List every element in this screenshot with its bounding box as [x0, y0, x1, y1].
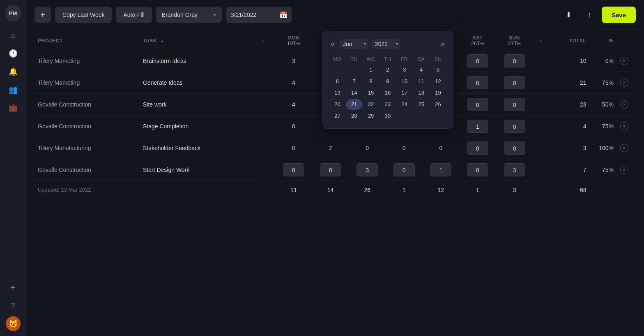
prev-month-button[interactable]: «: [329, 38, 336, 50]
cal-day-cell[interactable]: 30: [380, 110, 396, 122]
mon-col-header: Mon19th: [275, 30, 312, 50]
cal-day-cell[interactable]: 15: [363, 87, 380, 99]
sun-cell: 0: [496, 72, 533, 94]
task-cell: Start Design Work: [140, 159, 255, 181]
cal-day-cell[interactable]: 1: [363, 64, 380, 76]
cal-empty-cell: [346, 64, 363, 76]
auto-fill-button[interactable]: Auto-Fill: [116, 7, 152, 23]
cal-day-cell[interactable]: 16: [380, 87, 396, 99]
scroll-right-col[interactable]: ›: [533, 30, 553, 50]
next-month-button[interactable]: »: [439, 38, 446, 50]
month-select[interactable]: JanFebMarAprMayJunJulAugSepOctNovDec: [340, 39, 368, 49]
cal-day-cell[interactable]: 9: [380, 76, 396, 87]
add-entry-button[interactable]: +: [34, 7, 51, 23]
remove-row-button[interactable]: ×: [620, 166, 628, 174]
mon-cell: 0: [275, 116, 312, 137]
save-button[interactable]: Save: [602, 7, 636, 23]
cal-day-cell[interactable]: 12: [430, 76, 446, 87]
cal-day-cell[interactable]: 10: [396, 76, 413, 87]
cal-day-cell[interactable]: 17: [396, 87, 413, 99]
calendar-grid: MoTuWeThFrSaSu 1234567891011121314151617…: [329, 55, 446, 122]
scroll-right-button[interactable]: ›: [536, 37, 545, 44]
sat-cell: 0: [459, 137, 496, 159]
task-col-header: TASK ▲: [140, 30, 255, 50]
dropdown-chevron-icon: ▾: [213, 12, 216, 18]
cal-day-cell[interactable]: 27: [329, 110, 346, 122]
cal-day-cell[interactable]: 7: [346, 76, 363, 87]
cal-day-cell[interactable]: 8: [363, 76, 380, 87]
briefcase-icon[interactable]: 💼: [6, 100, 21, 115]
cal-day-cell[interactable]: 4: [413, 64, 430, 76]
cal-day-cell[interactable]: 26: [430, 99, 446, 110]
remove-row-button[interactable]: ×: [620, 144, 628, 152]
mon-cell: 0: [275, 137, 312, 159]
row-total: 23: [553, 94, 590, 116]
people-icon[interactable]: 👥: [6, 82, 21, 97]
cal-day-cell[interactable]: 28: [346, 110, 363, 122]
month-selector-wrapper: JanFebMarAprMayJunJulAugSepOctNovDec: [340, 39, 368, 49]
user-dropdown[interactable]: Brandon Gray ▾: [156, 7, 222, 23]
cal-day-cell[interactable]: 14: [346, 87, 363, 99]
cal-day-cell[interactable]: 5: [430, 64, 446, 76]
cal-day-cell[interactable]: 22: [363, 99, 380, 110]
cal-day-header: Th: [380, 55, 396, 64]
sun-cell: 0: [496, 50, 533, 72]
sun-cell: 0: [496, 137, 533, 159]
cal-empty-cell: [430, 110, 446, 122]
updated-label: Updated: 23 Mar 2022: [34, 181, 255, 199]
cal-day-header: Tu: [346, 55, 363, 64]
app-logo[interactable]: PM: [5, 5, 21, 21]
cal-day-header: We: [363, 55, 380, 64]
row-percent: 100%: [590, 137, 617, 159]
cal-day-header: Sa: [413, 55, 430, 64]
cal-day-cell[interactable]: 24: [396, 99, 413, 110]
year-selector-wrapper: 20202021202220232024: [372, 39, 400, 49]
cal-day-cell[interactable]: 18: [413, 87, 430, 99]
row-total: 7: [553, 159, 590, 181]
cal-day-cell[interactable]: 11: [413, 76, 430, 87]
remove-row-button[interactable]: ×: [620, 122, 628, 130]
project-cell: Tillery Manufacturing: [34, 137, 140, 159]
cal-day-cell[interactable]: 23: [380, 99, 396, 110]
cal-day-cell[interactable]: 13: [329, 87, 346, 99]
row-total: 3: [553, 137, 590, 159]
cal-day-cell[interactable]: 3: [396, 64, 413, 76]
total-tue: 14: [312, 181, 349, 199]
copy-last-week-button[interactable]: Copy Last Week: [55, 7, 112, 23]
download-button[interactable]: ⬇: [561, 7, 577, 23]
home-icon[interactable]: ⌂: [6, 28, 21, 43]
remove-row-button[interactable]: ×: [620, 57, 628, 65]
cal-day-cell[interactable]: 21: [346, 99, 363, 110]
remove-row-button[interactable]: ×: [620, 100, 628, 109]
scroll-left-col[interactable]: ‹: [255, 30, 276, 50]
cal-day-cell[interactable]: 2: [380, 64, 396, 76]
cal-day-cell[interactable]: 19: [430, 87, 446, 99]
scroll-left-button[interactable]: ‹: [259, 37, 268, 44]
main-content: + Copy Last Week Auto-Fill Brandon Gray …: [26, 0, 644, 336]
sat-cell: 0: [459, 159, 496, 181]
help-icon[interactable]: ?: [6, 298, 21, 313]
cal-empty-cell: [329, 64, 346, 76]
calendar-popup: « JanFebMarAprMayJunJulAugSepOctNovDec 2…: [322, 31, 453, 129]
user-avatar[interactable]: 🐱: [6, 316, 21, 331]
add-icon[interactable]: +: [6, 280, 21, 295]
clock-icon[interactable]: 🕐: [6, 46, 21, 61]
calendar-toggle-button[interactable]: 📅: [275, 7, 292, 23]
row-percent: 75%: [590, 159, 617, 181]
cal-day-cell[interactable]: 25: [413, 99, 430, 110]
remove-row-button[interactable]: ×: [620, 79, 628, 87]
cal-day-cell[interactable]: 29: [363, 110, 380, 122]
export-button[interactable]: ↑: [581, 7, 598, 23]
row-total: 21: [553, 72, 590, 94]
cal-day-cell[interactable]: 6: [329, 76, 346, 87]
total-sat: 1: [459, 181, 496, 199]
toolbar: + Copy Last Week Auto-Fill Brandon Gray …: [26, 0, 644, 30]
date-input[interactable]: [226, 7, 275, 23]
bell-icon[interactable]: 🔔: [6, 64, 21, 79]
row-percent: 75%: [590, 116, 617, 137]
project-cell: Tillery Marketing: [34, 72, 140, 94]
mon-cell: 0: [275, 159, 312, 181]
year-select[interactable]: 20202021202220232024: [372, 39, 400, 49]
cal-day-cell[interactable]: 20: [329, 99, 346, 110]
thu-cell: 0: [386, 137, 423, 159]
